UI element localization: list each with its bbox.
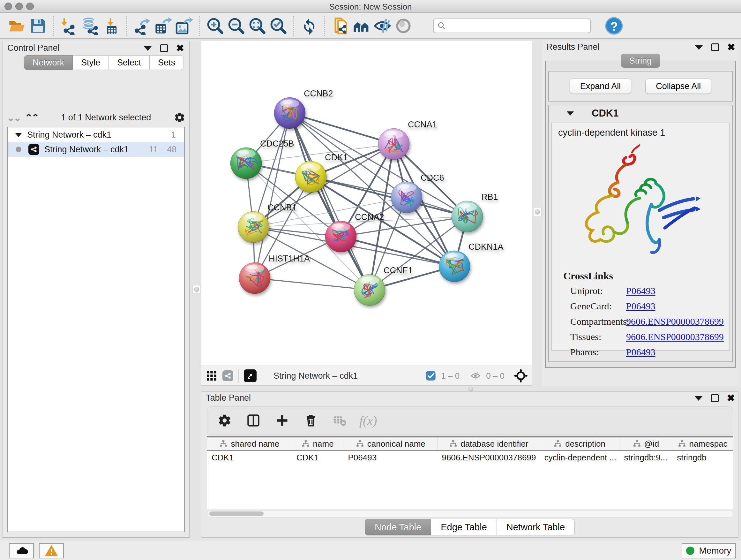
edge-CCNB2-CCNA1[interactable] <box>290 113 394 144</box>
table-horizontal-scrollbar[interactable] <box>207 510 733 517</box>
table-cell[interactable]: cyclin-dependent ... <box>540 451 620 465</box>
control-panel-menu-icon[interactable] <box>144 46 152 51</box>
right-splitter-handle[interactable] <box>533 208 542 216</box>
table-panel-close-icon[interactable]: ✖ <box>727 394 735 402</box>
network-graph[interactable]: CCNB2CCNA1CDC25BCDK1CDC6RB1CCNB1CCNA2CDK… <box>201 41 532 366</box>
tab-sets[interactable]: Sets <box>150 55 184 70</box>
network-node-CCNB1[interactable]: CCNB1 <box>238 203 297 243</box>
crosslink-link[interactable]: P06493 <box>626 301 656 312</box>
network-view-canvas[interactable]: CCNB2CCNA1CDC25BCDK1CDC6RB1CCNB1CCNA2CDK… <box>201 41 532 366</box>
table-cell[interactable]: CDK1 <box>207 451 292 465</box>
export-network-button[interactable] <box>131 15 152 37</box>
column-header-name[interactable]: name <box>292 437 344 450</box>
network-node-HIST1H1A[interactable]: HIST1H1A <box>239 254 310 294</box>
tab-edge-table[interactable]: Edge Table <box>431 519 497 536</box>
export-table-button[interactable] <box>152 15 174 37</box>
expand-all-button[interactable]: Expand All <box>569 78 631 94</box>
table-panel-float-icon[interactable] <box>711 394 719 402</box>
gene-collapse-icon[interactable] <box>567 111 574 116</box>
export-image-button[interactable] <box>174 15 195 37</box>
open-session-button[interactable] <box>6 15 27 37</box>
network-node-CDK1[interactable]: CDK1 <box>295 152 348 192</box>
column-header-namespac[interactable]: namespac <box>672 437 733 450</box>
edge-CCNB2-HIST1H1A[interactable] <box>255 113 290 278</box>
first-neighbors-button[interactable] <box>351 15 372 37</box>
table-cell[interactable]: P06493 <box>343 451 438 465</box>
zoom-fit-button[interactable] <box>247 15 268 37</box>
tab-network-table[interactable]: Network Table <box>497 519 575 536</box>
tab-node-table[interactable]: Node Table <box>365 519 431 536</box>
delete-column-button[interactable] <box>302 412 320 429</box>
collapse-all-button[interactable]: Collapse All <box>645 78 711 94</box>
network-node-CDC25B[interactable]: CDC25B <box>230 139 294 179</box>
import-table-button[interactable] <box>100 15 122 37</box>
table-panel-menu-icon[interactable] <box>694 396 703 401</box>
network-node-CCNA1[interactable]: CCNA1 <box>378 120 437 160</box>
table-cell[interactable]: stringdb <box>672 451 733 465</box>
tab-string[interactable]: String <box>621 54 660 68</box>
zoom-out-button[interactable] <box>226 15 247 37</box>
table-cell[interactable]: stringdb:9... <box>619 451 672 465</box>
column-header--id[interactable]: @id <box>619 437 672 450</box>
cloud-status-button[interactable] <box>9 543 34 558</box>
control-panel-float-icon[interactable] <box>160 44 168 52</box>
gene-details-box: cyclin-dependent kinase 1 <box>551 123 730 351</box>
crosslink-link[interactable]: P06493 <box>626 286 656 296</box>
column-header-database-identifier[interactable]: database identifier <box>438 437 540 450</box>
delete-table-button[interactable] <box>331 412 348 429</box>
new-network-from-selection-button[interactable] <box>330 15 351 37</box>
crosslink-link[interactable]: 9606.ENSP00000378699 <box>626 331 724 342</box>
show-column-selector-button[interactable] <box>245 412 262 429</box>
network-node-CCNE1[interactable]: CCNE1 <box>354 266 413 306</box>
selected-nodes-checkbox-icon[interactable] <box>426 371 436 381</box>
expand-all-networks-icon[interactable]: ⌃⌃ <box>24 112 38 123</box>
tab-network[interactable]: Network <box>24 55 73 70</box>
crosslink-link[interactable]: 9606.ENSP00000378699 <box>626 316 724 327</box>
network-tree-root-row[interactable]: String Network – cdk1 1 <box>8 127 184 142</box>
warnings-button[interactable] <box>39 543 64 558</box>
hide-selected-button[interactable] <box>372 15 393 37</box>
open-in-browser-icon[interactable] <box>244 369 257 382</box>
table-row[interactable]: CDK1CDK1P064939606.ENSP00000378699cyclin… <box>207 451 733 465</box>
left-splitter-handle[interactable] <box>192 285 201 294</box>
results-panel-close-icon[interactable]: ✖ <box>727 44 735 51</box>
collapse-all-networks-icon[interactable]: ⌄⌄ <box>7 112 20 123</box>
network-tree-item-row[interactable]: String Network – cdk1 11 48 <box>8 142 184 157</box>
zoom-selected-button[interactable] <box>268 15 289 37</box>
network-node-RB1[interactable]: RB1 <box>452 192 498 232</box>
import-network-button[interactable] <box>58 15 79 37</box>
edge-HIST1H1A-CCNE1[interactable] <box>255 278 369 290</box>
birds-eye-view-icon[interactable] <box>206 370 217 381</box>
network-options-gear-icon[interactable] <box>174 112 185 123</box>
results-panel-float-icon[interactable] <box>711 44 719 51</box>
function-builder-button[interactable]: f(x) <box>359 413 377 428</box>
results-panel-menu-icon[interactable] <box>695 45 703 50</box>
import-database-button[interactable] <box>79 15 100 37</box>
column-header-description[interactable]: description <box>540 437 620 450</box>
column-header-shared-name[interactable]: shared name <box>207 437 292 450</box>
gene-section-header[interactable]: CDK1 <box>549 105 732 121</box>
search-input[interactable] <box>447 21 587 30</box>
control-panel-close-icon[interactable]: ✖ <box>176 44 184 52</box>
add-column-button[interactable] <box>273 412 291 429</box>
crosslink-link[interactable]: P06493 <box>626 347 656 358</box>
save-session-button[interactable] <box>27 15 49 37</box>
table-cell[interactable]: CDK1 <box>292 451 344 465</box>
table-cell[interactable]: 9606.ENSP00000378699 <box>438 451 540 465</box>
zoom-in-button[interactable] <box>205 15 226 37</box>
fit-content-crosshair-icon[interactable] <box>514 369 528 382</box>
network-view-dot-icon <box>16 146 21 152</box>
table-panel-title: Table Panel <box>206 393 251 403</box>
table-options-gear-button[interactable] <box>216 412 233 429</box>
tree-collapse-icon[interactable] <box>15 133 22 137</box>
refresh-button[interactable] <box>299 15 320 37</box>
help-button[interactable]: ? <box>603 15 624 37</box>
network-node-CDKN1A[interactable]: CDKN1A <box>439 242 503 282</box>
column-header-canonical-name[interactable]: canonical name <box>343 437 438 450</box>
tab-select[interactable]: Select <box>109 55 150 70</box>
bottom-splitter-handle[interactable] <box>468 387 473 391</box>
memory-button[interactable]: Memory <box>682 543 736 558</box>
show-all-button[interactable] <box>393 15 414 37</box>
scrollbar-thumb[interactable] <box>209 511 264 516</box>
tab-style[interactable]: Style <box>73 55 109 70</box>
